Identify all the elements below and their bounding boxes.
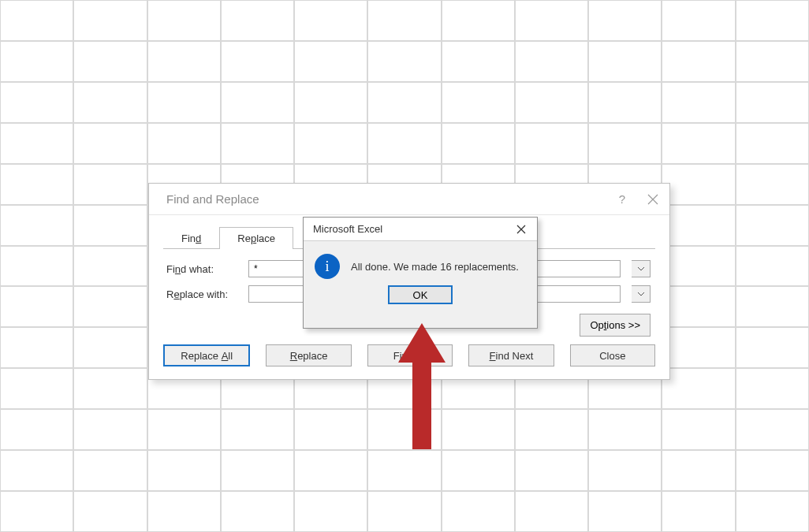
cell[interactable] [73, 0, 147, 41]
cell[interactable] [294, 491, 367, 532]
cell[interactable] [0, 246, 73, 287]
cell[interactable] [0, 491, 73, 532]
cell[interactable] [221, 409, 294, 450]
cell[interactable] [294, 0, 367, 41]
cell[interactable] [588, 409, 662, 450]
cell[interactable] [662, 82, 735, 123]
cell[interactable] [0, 368, 73, 409]
cell[interactable] [736, 450, 809, 491]
cell[interactable] [73, 164, 147, 205]
cell[interactable] [73, 409, 147, 450]
cell[interactable] [588, 82, 662, 123]
cell[interactable] [73, 246, 147, 287]
cell[interactable] [736, 82, 809, 123]
cell[interactable] [147, 450, 221, 491]
cell[interactable] [736, 205, 809, 246]
cell[interactable] [294, 409, 367, 450]
cell[interactable] [73, 491, 147, 532]
cell[interactable] [147, 41, 221, 82]
close-button[interactable]: Close [570, 344, 655, 366]
cell[interactable] [662, 327, 735, 368]
cell[interactable] [662, 164, 735, 205]
cell[interactable] [662, 286, 735, 327]
cell[interactable] [0, 409, 73, 450]
cell[interactable] [442, 82, 515, 123]
tab-replace[interactable]: Replace [219, 227, 293, 249]
cell[interactable] [588, 450, 662, 491]
cell[interactable] [73, 286, 147, 327]
cell[interactable] [736, 286, 809, 327]
cell[interactable] [442, 450, 515, 491]
cell[interactable] [0, 205, 73, 246]
cell[interactable] [515, 409, 588, 450]
cell[interactable] [442, 491, 515, 532]
cell[interactable] [736, 368, 809, 409]
cell[interactable] [294, 82, 367, 123]
cell[interactable] [0, 0, 73, 41]
cell[interactable] [736, 246, 809, 287]
cell[interactable] [73, 450, 147, 491]
cell[interactable] [515, 0, 588, 41]
cell[interactable] [147, 82, 221, 123]
cell[interactable] [147, 409, 221, 450]
cell[interactable] [0, 82, 73, 123]
cell[interactable] [367, 82, 441, 123]
cell[interactable] [515, 123, 588, 164]
message-titlebar[interactable]: Microsoft Excel [304, 218, 537, 241]
help-icon[interactable]: ? [619, 192, 625, 206]
cell[interactable] [588, 41, 662, 82]
cell[interactable] [515, 491, 588, 532]
cell[interactable] [367, 41, 441, 82]
cell[interactable] [147, 0, 221, 41]
cell[interactable] [515, 82, 588, 123]
cell[interactable] [588, 123, 662, 164]
cell[interactable] [73, 41, 147, 82]
replace-button[interactable]: Replace [266, 344, 351, 366]
cell[interactable] [73, 123, 147, 164]
cell[interactable] [367, 450, 441, 491]
cell[interactable] [73, 327, 147, 368]
cell[interactable] [736, 409, 809, 450]
cell[interactable] [515, 41, 588, 82]
cell[interactable] [73, 368, 147, 409]
cell[interactable] [662, 368, 735, 409]
cell[interactable] [662, 409, 735, 450]
replace-with-dropdown[interactable] [632, 285, 651, 303]
cell[interactable] [662, 205, 735, 246]
cell[interactable] [221, 450, 294, 491]
cell[interactable] [736, 327, 809, 368]
replace-all-button[interactable]: Replace All [163, 344, 250, 366]
cell[interactable] [442, 409, 515, 450]
cell[interactable] [736, 123, 809, 164]
cell[interactable] [662, 246, 735, 287]
cell[interactable] [0, 286, 73, 327]
cell[interactable] [442, 41, 515, 82]
cell[interactable] [588, 0, 662, 41]
cell[interactable] [73, 82, 147, 123]
cell[interactable] [147, 123, 221, 164]
cell[interactable] [0, 41, 73, 82]
find-what-dropdown[interactable] [632, 260, 651, 277]
cell[interactable] [588, 491, 662, 532]
cell[interactable] [0, 123, 73, 164]
close-icon[interactable] [513, 225, 529, 234]
cell[interactable] [147, 491, 221, 532]
ok-button[interactable]: OK [388, 285, 453, 304]
cell[interactable] [221, 123, 294, 164]
dialog-titlebar[interactable]: Find and Replace ? [149, 184, 669, 215]
cell[interactable] [736, 0, 809, 41]
tab-find[interactable]: Find [163, 227, 219, 249]
cell[interactable] [442, 123, 515, 164]
cell[interactable] [0, 164, 73, 205]
cell[interactable] [442, 0, 515, 41]
cell[interactable] [367, 0, 441, 41]
cell[interactable] [662, 491, 735, 532]
cell[interactable] [221, 41, 294, 82]
cell[interactable] [662, 123, 735, 164]
cell[interactable] [662, 450, 735, 491]
cell[interactable] [0, 450, 73, 491]
cell[interactable] [367, 123, 441, 164]
find-next-button[interactable]: Find Next [468, 344, 554, 366]
cell[interactable] [294, 450, 367, 491]
cell[interactable] [367, 491, 441, 532]
